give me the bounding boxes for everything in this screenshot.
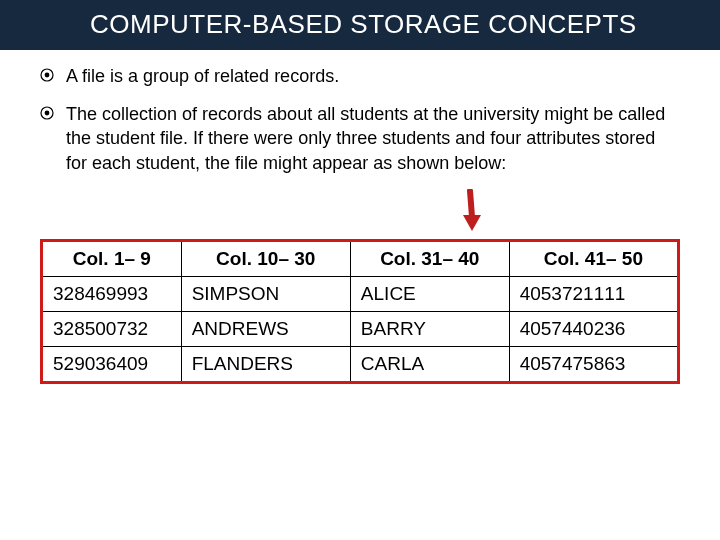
col-header: Col. 41– 50 [509,241,678,277]
svg-point-1 [45,72,50,77]
table-row: 529036409 FLANDERS CARLA 4057475863 [42,347,679,383]
table-header-row: Col. 1– 9 Col. 10– 30 Col. 31– 40 Col. 4… [42,241,679,277]
cell: SIMPSON [181,277,350,312]
col-header: Col. 10– 30 [181,241,350,277]
student-file-table: Col. 1– 9 Col. 10– 30 Col. 31– 40 Col. 4… [40,239,680,384]
cell: 4053721111 [509,277,678,312]
bullet-text: The collection of records about all stud… [66,102,680,175]
table-row: 328500732 ANDREWS BARRY 4057440236 [42,312,679,347]
down-arrow-icon [460,189,484,235]
cell: 328500732 [42,312,182,347]
bullet-icon [40,68,54,82]
arrow-pointer [40,189,680,235]
col-header: Col. 1– 9 [42,241,182,277]
body-content: A file is a group of related records. Th… [0,50,720,384]
cell: FLANDERS [181,347,350,383]
col-header: Col. 31– 40 [350,241,509,277]
bullet-item: A file is a group of related records. [40,64,680,88]
cell: ANDREWS [181,312,350,347]
slide-title: COMPUTER-BASED STORAGE CONCEPTS [0,0,720,50]
cell: 4057475863 [509,347,678,383]
bullet-icon [40,106,54,120]
cell: 328469993 [42,277,182,312]
table-row: 328469993 SIMPSON ALICE 4053721111 [42,277,679,312]
bullet-text: A file is a group of related records. [66,64,339,88]
cell: CARLA [350,347,509,383]
cell: BARRY [350,312,509,347]
cell: 4057440236 [509,312,678,347]
cell: ALICE [350,277,509,312]
cell: 529036409 [42,347,182,383]
bullet-item: The collection of records about all stud… [40,102,680,175]
svg-point-3 [45,111,50,116]
